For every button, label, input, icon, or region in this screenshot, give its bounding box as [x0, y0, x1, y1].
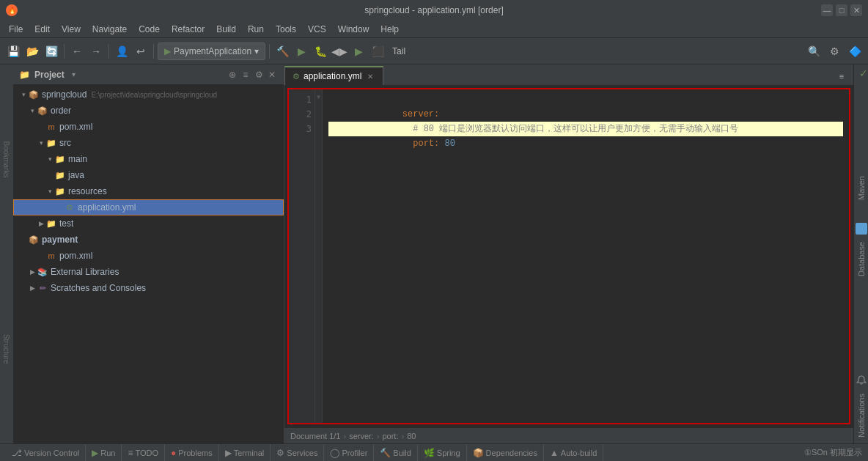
title-bar-left: 🔥: [6, 4, 18, 16]
menu-code[interactable]: Code: [133, 23, 166, 36]
menu-window[interactable]: Window: [332, 23, 375, 36]
title-bar-title: springcloud - application.yml [order]: [364, 5, 503, 15]
status-version-control[interactable]: ⎇ Version Control: [6, 444, 86, 461]
toolbar-more-run-btn[interactable]: ◀▶: [331, 43, 348, 60]
status-auto-build[interactable]: ▲ Auto-build: [544, 444, 603, 461]
code-lines[interactable]: server: # 80 端口是浏览器默认访问端口，这样可以让用户更加方便，无需…: [323, 89, 849, 423]
toolbar-jetbrains-btn[interactable]: 🔷: [846, 43, 864, 60]
toolbar-save-btn[interactable]: 💾: [4, 43, 22, 60]
tree-item-scratches[interactable]: ▶ ✏ Scratches and Consoles: [13, 280, 284, 296]
toolbar-forward-btn[interactable]: →: [87, 43, 105, 60]
status-build[interactable]: 🔨 Build: [374, 444, 417, 461]
fold-gutter: ▼: [315, 89, 323, 423]
project-panel-header: 📁 Project ▾ ⊕ ≡ ⚙ ✕: [13, 64, 284, 85]
menu-edit[interactable]: Edit: [29, 23, 56, 36]
tail-label: Tail: [388, 46, 410, 56]
menu-tools[interactable]: Tools: [270, 23, 302, 36]
notifications-sidebar-item[interactable]: Notifications: [857, 388, 866, 443]
tree-item-springcloud[interactable]: ▾ 📦 springcloud E:\project\idea\springcl…: [13, 86, 284, 103]
tab-close-btn[interactable]: ✕: [365, 71, 375, 81]
tab-application-yml[interactable]: ⚙ application.yml ✕: [284, 66, 383, 85]
run-configuration-dropdown[interactable]: ▶ PaymentApplication ▾: [158, 43, 265, 60]
terminal-label: Terminal: [234, 449, 265, 457]
status-problems[interactable]: ● Problems: [165, 444, 219, 461]
panel-settings-btn[interactable]: ⚙: [253, 69, 265, 81]
vcs-label: Version Control: [24, 449, 79, 457]
toolbar-open-btn[interactable]: 📂: [23, 43, 41, 60]
toolbar-run-btn[interactable]: ▶: [293, 43, 310, 60]
panel-collapse-btn[interactable]: ≡: [240, 69, 251, 81]
scratch-icon: ✏: [37, 282, 48, 294]
structure-strip[interactable]: Structure: [0, 254, 13, 444]
terminal-icon: ▶: [225, 448, 232, 458]
toolbar-undo-btn[interactable]: ↩: [132, 43, 150, 60]
status-spring[interactable]: 🌿 Spring: [418, 444, 467, 461]
toolbar-stop-btn[interactable]: ⬛: [369, 43, 386, 60]
tree-item-payment[interactable]: 📦 payment: [13, 232, 284, 248]
tree-item-main[interactable]: ▾ 📁 main: [13, 151, 284, 167]
menu-file[interactable]: File: [3, 23, 29, 36]
toolbar-search-btn[interactable]: 🔍: [805, 43, 823, 60]
maximize-button[interactable]: □: [836, 4, 847, 16]
tree-label-java: java: [68, 170, 84, 180]
code-editor[interactable]: 1 2 3 ▼ server: # 80 端口是浏: [287, 88, 850, 424]
menu-refactor[interactable]: Refactor: [166, 23, 210, 36]
profiler-label: Profiler: [342, 449, 367, 457]
tree-item-java[interactable]: 📁 java: [13, 167, 284, 183]
tab-label-application-yml: application.yml: [304, 71, 361, 81]
tree-item-src[interactable]: ▾ 📁 src: [13, 135, 284, 151]
status-profiler[interactable]: ◯ Profiler: [324, 444, 374, 461]
panel-locate-btn[interactable]: ⊕: [227, 69, 238, 81]
toolbar-sync-btn[interactable]: 🔄: [43, 43, 60, 60]
status-right-text: ①SOn 初期显示: [804, 447, 862, 458]
tree-arrow-extlibs: ▶: [28, 268, 37, 276]
toolbar-user-btn[interactable]: 👤: [113, 43, 130, 60]
toolbar-settings-btn[interactable]: ⚙: [825, 43, 843, 60]
menu-view[interactable]: View: [56, 23, 87, 36]
status-terminal[interactable]: ▶ Terminal: [219, 444, 271, 461]
run-config-label: PaymentApplication: [174, 46, 251, 56]
toolbar-play-btn[interactable]: ▶: [350, 43, 367, 60]
database-sidebar-item[interactable]: Database: [857, 236, 866, 282]
database-icon[interactable]: [856, 223, 867, 235]
module-icon-payment: 📦: [28, 234, 40, 246]
tree-item-resources[interactable]: ▾ 📁 resources: [13, 183, 284, 199]
build-success-icon: ✓: [859, 67, 868, 79]
status-run[interactable]: ▶ Run: [86, 444, 122, 461]
maven-sidebar-item[interactable]: Maven: [857, 170, 866, 206]
tab-settings-btn[interactable]: ≡: [833, 67, 850, 85]
tree-arrow-main: ▾: [45, 155, 54, 163]
close-button[interactable]: ✕: [850, 4, 862, 16]
tree-item-application-yml[interactable]: ⚙ application.yml: [13, 199, 284, 215]
notifications-icon[interactable]: [856, 375, 867, 386]
tree-item-pom2[interactable]: m pom.xml: [13, 248, 284, 264]
project-tree: ▾ 📦 springcloud E:\project\idea\springcl…: [13, 85, 284, 443]
status-todo[interactable]: ≡ TODO: [122, 444, 165, 461]
tree-item-order[interactable]: ▾ 📦 order: [13, 103, 284, 119]
panel-close-btn[interactable]: ✕: [266, 69, 278, 81]
toolbar-right: 🔍 ⚙ 🔷: [805, 43, 864, 60]
minimize-button[interactable]: —: [821, 4, 833, 16]
tree-item-test[interactable]: ▶ 📁 test: [13, 215, 284, 232]
build-icon: 🔨: [380, 448, 391, 458]
toolbar-back-btn[interactable]: ←: [68, 43, 86, 60]
status-services[interactable]: ⚙ Services: [271, 444, 324, 461]
toolbar-debug-btn[interactable]: 🐛: [312, 43, 329, 60]
problems-icon: ●: [171, 448, 176, 458]
status-dependencies[interactable]: 📦 Dependencies: [467, 444, 544, 461]
code-content: 1 2 3 ▼ server: # 80 端口是浏: [289, 89, 849, 423]
menu-run[interactable]: Run: [242, 23, 270, 36]
tree-arrow-order: ▾: [28, 107, 37, 114]
tree-item-pom1[interactable]: m pom.xml: [13, 119, 284, 135]
menu-vcs[interactable]: VCS: [302, 23, 332, 36]
breadcrumb-80: 80: [407, 432, 416, 440]
tree-item-ext-libs[interactable]: ▶ 📚 External Libraries: [13, 264, 284, 280]
menu-help[interactable]: Help: [375, 23, 405, 36]
editor-area: ⚙ application.yml ✕ ≡ 1 2 3 ▼: [284, 64, 853, 443]
menu-navigate[interactable]: Navigate: [87, 23, 133, 36]
tree-label-src: src: [59, 138, 71, 148]
fold-indicator-1[interactable]: ▼: [316, 89, 322, 104]
menu-build[interactable]: Build: [210, 23, 242, 36]
bookmarks-strip[interactable]: Bookmarks: [0, 64, 13, 254]
toolbar-build-btn[interactable]: 🔨: [273, 43, 291, 60]
